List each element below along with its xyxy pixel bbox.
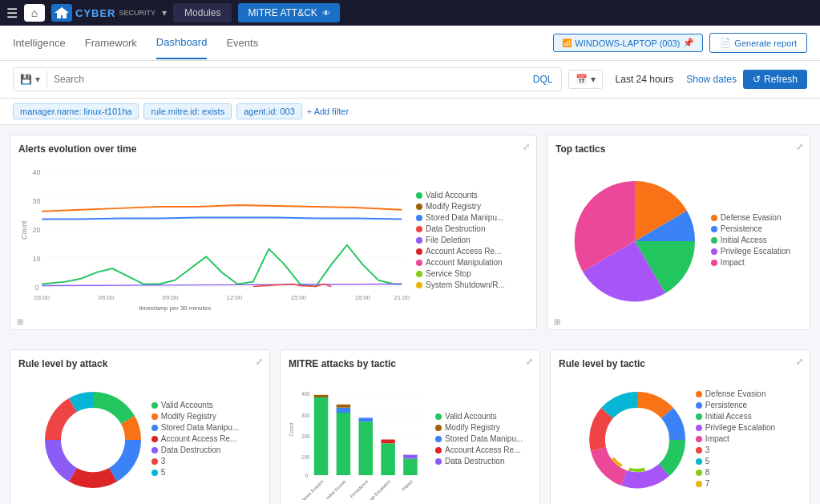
mitre-attacks-expand-icon[interactable]: ⤢: [526, 357, 533, 367]
legend-color-dot: [151, 470, 158, 476]
legend-item: Data Destruction: [151, 446, 239, 454]
svg-point-49: [615, 417, 660, 462]
top-tactics-expand-icon[interactable]: ⤢: [796, 142, 803, 152]
legend-item: Stored Data Manipu...: [435, 434, 531, 443]
pin-icon: 📌: [683, 38, 694, 48]
legend-label: Defense Evasion: [721, 213, 782, 222]
legend-color-dot: [435, 413, 442, 420]
legend-color-dot: [151, 458, 158, 465]
legend-label: 7: [705, 479, 710, 488]
top-tactics-panel: Top tactics ⤢ Defense EvasionPersistence…: [547, 135, 810, 330]
legend-color-dot: [696, 470, 702, 476]
legend-color-dot: [711, 215, 717, 221]
legend-label: Account Manipulation: [426, 258, 503, 267]
legend-item: Modify Registry: [416, 202, 528, 211]
dashboard-bottom: Rule level by attack ⤢ Valid AccountsMod…: [10, 349, 810, 504]
svg-rect-40: [403, 458, 418, 475]
legend-item: 3: [151, 457, 239, 466]
legend-color-dot: [416, 237, 422, 244]
rule-attack-chart-area: Valid AccountsModify RegistryStored Data…: [18, 376, 261, 504]
legend-color-dot: [711, 237, 717, 244]
show-dates-button[interactable]: Show dates: [686, 74, 737, 85]
legend-item: Initial Access: [711, 236, 790, 244]
svg-text:100: 100: [301, 454, 310, 460]
alerts-legend: Valid AccountsModify RegistryStored Data…: [416, 161, 528, 321]
chevron-icon[interactable]: ▾: [162, 7, 167, 18]
filter-tag-2[interactable]: agent.id: 003: [236, 103, 302, 119]
legend-color-dot: [435, 425, 442, 431]
legend-label: Initial Access: [705, 412, 752, 421]
mitre-bar-legend: Valid AccountsModify RegistryStored Data…: [435, 376, 531, 504]
filter-tag-1[interactable]: rule.mitre.id: exists: [143, 103, 232, 119]
menu-icon[interactable]: ☰: [6, 6, 18, 21]
logo-area: CYBER SECURITY: [51, 4, 156, 22]
legend-color-dot: [416, 282, 422, 288]
legend-color-dot: [151, 402, 158, 409]
legend-label: Account Access Re...: [426, 247, 502, 256]
agent-badge[interactable]: 📶 WINDOWS-LAPTOP (003) 📌: [553, 34, 703, 52]
svg-text:Persistence: Persistence: [349, 479, 370, 499]
refresh-button[interactable]: ↺ Refresh: [743, 70, 807, 89]
legend-item: Service Stop: [416, 269, 528, 278]
legend-item: Defense Evasion: [696, 389, 775, 398]
nav-framework[interactable]: Framework: [85, 27, 137, 58]
svg-rect-35: [337, 405, 351, 408]
add-filter-button[interactable]: + Add filter: [307, 107, 349, 116]
svg-text:21:00: 21:00: [394, 294, 410, 301]
svg-text:15:00: 15:00: [291, 294, 307, 301]
legend-item: 7: [696, 479, 775, 488]
legend-color-dot: [696, 447, 702, 454]
nav-events[interactable]: Events: [226, 27, 258, 58]
legend-label: Account Access Re...: [161, 434, 237, 443]
mitre-attacks-title: MITRE attacks by tactic: [289, 358, 531, 369]
search-icon-button[interactable]: 💾 ▾: [14, 71, 47, 88]
legend-color-dot: [151, 447, 158, 454]
legend-item: Valid Accounts: [416, 191, 528, 200]
bar-chart-svg: 400 300 200 100 0 Count: [289, 376, 429, 500]
legend-label: Modify Registry: [426, 202, 481, 211]
rule-tactic-expand-icon[interactable]: ⤢: [796, 357, 803, 367]
legend-label: Modify Registry: [445, 423, 500, 432]
filter-tag-0[interactable]: manager.name: linux-t101ha: [13, 103, 139, 119]
alerts-panel-bottom-icon: ⊞: [17, 317, 23, 326]
rule-attack-expand-icon[interactable]: ⤢: [256, 357, 263, 367]
home-button[interactable]: ⌂: [24, 4, 45, 22]
filter-bar: manager.name: linux-t101ha rule.mitre.id…: [0, 99, 820, 125]
legend-label: Account Access Re...: [445, 446, 521, 454]
legend-color-dot: [151, 425, 158, 431]
legend-color-dot: [696, 458, 702, 465]
modules-tab[interactable]: Modules: [173, 3, 232, 22]
legend-label: 3: [705, 446, 710, 454]
legend-label: System Shutdown/R...: [426, 280, 505, 289]
generate-report-button[interactable]: 📄 Generate report: [709, 33, 807, 53]
logo-subtitle: SECURITY: [119, 9, 156, 17]
legend-item: Privilege Escalation: [711, 247, 790, 256]
svg-text:Impact: Impact: [401, 478, 414, 491]
mitre-tab[interactable]: MITRE ATT&CK 👁: [238, 3, 339, 22]
legend-item: Stored Data Manipu...: [151, 423, 239, 432]
legend-label: Data Destruction: [161, 446, 220, 454]
dql-button[interactable]: DQL: [525, 71, 561, 88]
alerts-expand-icon[interactable]: ⤢: [523, 142, 530, 152]
svg-rect-37: [359, 417, 374, 421]
search-input[interactable]: [47, 71, 525, 88]
legend-item: Valid Accounts: [435, 412, 531, 421]
alerts-chart-container: 40 30 20 10 0 Count: [18, 161, 528, 321]
legend-color-dot: [416, 248, 422, 255]
svg-text:18:00: 18:00: [355, 294, 371, 301]
svg-text:Count: Count: [20, 220, 28, 240]
svg-rect-39: [381, 439, 395, 443]
top-tactics-pie: [567, 173, 703, 309]
legend-label: Data Destruction: [426, 224, 485, 233]
calendar-button[interactable]: 📅 ▾: [568, 70, 603, 89]
legend-item: File Deletion: [416, 236, 528, 244]
nav-dashboard[interactable]: Dashboard: [156, 26, 208, 59]
svg-text:12:00: 12:00: [227, 294, 243, 301]
rule-tactic-chart-area: Defense EvasionPersistenceInitial Access…: [559, 376, 802, 504]
bar-chart-wrapper: 400 300 200 100 0 Count: [289, 376, 429, 504]
legend-label: Service Stop: [426, 269, 471, 278]
legend-label: Initial Access: [721, 236, 767, 244]
nav-intelligence[interactable]: Intelligence: [13, 27, 66, 58]
search-bar: 💾 ▾ DQL 📅 ▾ Last 24 hours Show dates ↺ R…: [0, 61, 820, 99]
legend-color-dot: [416, 260, 422, 266]
